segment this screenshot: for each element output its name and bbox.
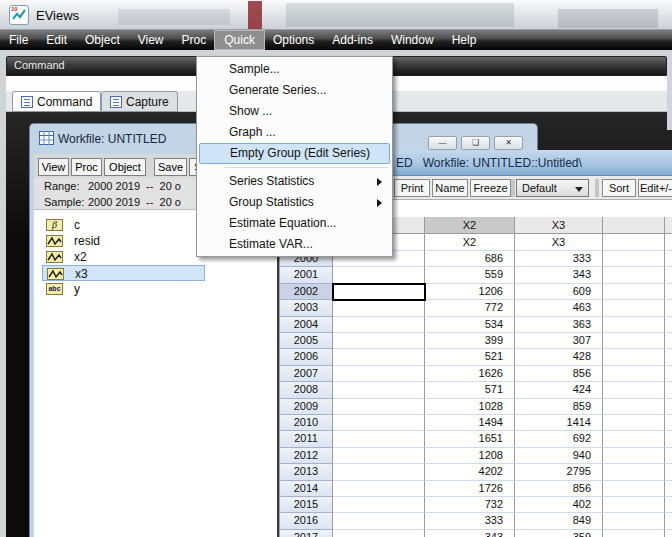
data-cell[interactable] — [603, 481, 665, 497]
group-toolbar-sort-button[interactable]: Sort — [602, 179, 636, 197]
obs-cell[interactable]: 2014 — [279, 481, 333, 497]
object-row-x3[interactable]: x3 — [42, 265, 205, 281]
data-cell[interactable]: 1626 — [425, 366, 515, 382]
data-cell[interactable] — [603, 349, 665, 365]
data-cell[interactable] — [665, 415, 672, 431]
data-cell[interactable]: 686 — [425, 251, 515, 267]
minimize-button[interactable]: — — [428, 136, 457, 150]
menu-item-graph[interactable]: Graph ... — [199, 122, 390, 143]
menu-item-sample[interactable]: Sample... — [199, 59, 390, 80]
column-header[interactable]: X2 — [425, 217, 515, 234]
data-cell[interactable] — [333, 267, 425, 283]
data-cell[interactable] — [665, 251, 672, 267]
menubar-item-file[interactable]: File — [0, 31, 37, 49]
obs-cell[interactable]: 2001 — [279, 267, 333, 283]
menu-item-show[interactable]: Show ... — [199, 101, 390, 122]
data-cell[interactable]: 521 — [425, 349, 515, 365]
data-cell[interactable] — [665, 300, 672, 316]
data-cell[interactable] — [665, 366, 672, 382]
menubar-item-window[interactable]: Window — [382, 31, 443, 49]
menubar-item-quick[interactable]: Quick — [215, 31, 264, 49]
data-cell[interactable] — [665, 317, 672, 333]
obs-cell[interactable]: 2010 — [279, 415, 333, 431]
data-cell[interactable]: 732 — [425, 497, 515, 513]
data-cell[interactable] — [603, 333, 665, 349]
data-cell[interactable]: 1726 — [425, 481, 515, 497]
data-cell[interactable] — [603, 251, 665, 267]
data-cell[interactable]: 1028 — [425, 399, 515, 415]
data-cell[interactable] — [603, 497, 665, 513]
data-cell[interactable]: 363 — [515, 317, 603, 333]
menu-item-estimate-equation[interactable]: Estimate Equation... — [199, 213, 390, 234]
data-cell[interactable] — [333, 431, 425, 447]
data-cell[interactable] — [665, 431, 672, 447]
menubar-item-object[interactable]: Object — [76, 31, 129, 49]
data-cell[interactable] — [603, 317, 665, 333]
data-cell[interactable]: 559 — [425, 267, 515, 283]
data-cell[interactable]: 692 — [515, 431, 603, 447]
menubar-item-help[interactable]: Help — [443, 31, 486, 49]
data-cell[interactable]: 463 — [515, 300, 603, 316]
data-cell[interactable]: 1208 — [425, 448, 515, 464]
group-toolbar-print-button[interactable]: Print — [394, 179, 430, 197]
data-cell[interactable] — [603, 284, 665, 300]
workfile-toolbar-view-button[interactable]: View — [38, 158, 69, 176]
series-label-cell[interactable] — [665, 234, 672, 251]
menubar-item-proc[interactable]: Proc — [173, 31, 216, 49]
data-cell[interactable] — [603, 267, 665, 283]
menu-item-group-statistics[interactable]: Group Statistics — [199, 192, 390, 213]
object-row-x2[interactable]: x2 — [42, 249, 205, 265]
data-cell[interactable] — [333, 513, 425, 529]
obs-cell[interactable]: 2004 — [279, 317, 333, 333]
tab-command[interactable]: Command — [12, 91, 101, 112]
data-cell[interactable] — [333, 464, 425, 480]
data-cell[interactable] — [333, 349, 425, 365]
data-cell[interactable]: 4202 — [425, 464, 515, 480]
menu-item-estimate-var[interactable]: Estimate VAR... — [199, 234, 390, 255]
workfile-toolbar-object-button[interactable]: Object — [104, 158, 146, 176]
data-cell[interactable] — [333, 333, 425, 349]
data-cell[interactable] — [603, 464, 665, 480]
object-row-y[interactable]: abcy — [42, 281, 205, 297]
data-cell[interactable]: 609 — [515, 284, 603, 300]
menubar-item-add-ins[interactable]: Add-ins — [323, 31, 382, 49]
series-label-cell[interactable] — [603, 234, 665, 251]
data-cell[interactable] — [665, 382, 672, 398]
obs-cell[interactable]: 2003 — [279, 300, 333, 316]
data-cell[interactable] — [603, 399, 665, 415]
data-cell[interactable]: 859 — [515, 399, 603, 415]
column-header[interactable] — [603, 217, 665, 234]
data-cell[interactable] — [665, 497, 672, 513]
workfile-toolbar-proc-button[interactable]: Proc — [71, 158, 102, 176]
data-cell[interactable] — [333, 481, 425, 497]
data-cell[interactable] — [333, 399, 425, 415]
cell-cursor[interactable] — [332, 283, 426, 301]
series-label-cell[interactable]: X3 — [515, 234, 603, 251]
data-cell[interactable] — [333, 415, 425, 431]
workfile-toolbar-save-button[interactable]: Save — [154, 158, 187, 176]
data-cell[interactable] — [665, 267, 672, 283]
obs-cell[interactable]: 2005 — [279, 333, 333, 349]
data-cell[interactable] — [665, 530, 672, 537]
data-cell[interactable] — [333, 497, 425, 513]
data-cell[interactable]: 571 — [425, 382, 515, 398]
view-type-dropdown[interactable]: Default — [516, 179, 589, 197]
obs-cell[interactable]: 2009 — [279, 399, 333, 415]
data-cell[interactable] — [603, 431, 665, 447]
column-header[interactable]: X3 — [515, 217, 603, 234]
obs-cell[interactable]: 2006 — [279, 349, 333, 365]
group-toolbar-freeze-button[interactable]: Freeze — [470, 179, 511, 197]
obs-cell[interactable]: 2011 — [279, 431, 333, 447]
data-cell[interactable] — [665, 448, 672, 464]
obs-cell[interactable]: 2015 — [279, 497, 333, 513]
data-cell[interactable]: 534 — [425, 317, 515, 333]
data-cell[interactable]: 1414 — [515, 415, 603, 431]
data-cell[interactable] — [603, 382, 665, 398]
obs-cell[interactable]: 2007 — [279, 366, 333, 382]
data-cell[interactable]: 1494 — [425, 415, 515, 431]
data-cell[interactable] — [665, 399, 672, 415]
data-cell[interactable] — [603, 513, 665, 529]
data-cell[interactable] — [603, 366, 665, 382]
data-cell[interactable]: 359 — [515, 530, 603, 537]
data-cell[interactable]: 940 — [515, 448, 603, 464]
